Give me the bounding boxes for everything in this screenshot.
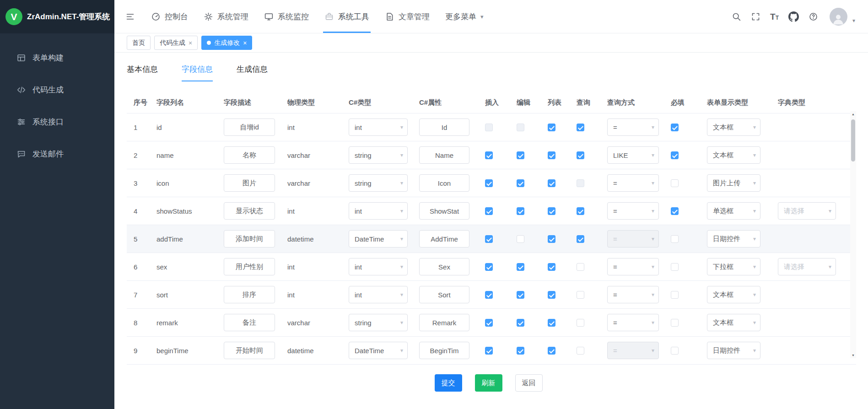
query-mode-select[interactable]: = ▾: [607, 230, 659, 248]
tab-field-info[interactable]: 字段信息: [182, 64, 213, 81]
scroll-up-arrow[interactable]: ▲: [850, 111, 856, 117]
display-type-select[interactable]: 单选框 ▾: [707, 202, 760, 220]
query-checkbox[interactable]: [577, 207, 584, 215]
field-desc-input[interactable]: [224, 342, 275, 359]
sidebar-item-send-mail[interactable]: 发送邮件: [0, 138, 114, 170]
display-type-select[interactable]: 文本框 ▾: [707, 286, 760, 303]
query-checkbox[interactable]: [577, 124, 584, 131]
csharp-prop-input[interactable]: [419, 258, 469, 275]
list-checkbox[interactable]: [548, 319, 555, 327]
topnav-item-article-manage[interactable]: 文章管理: [377, 0, 437, 33]
csharp-type-select[interactable]: DateTime ▾: [349, 342, 408, 359]
field-desc-input[interactable]: [224, 314, 275, 331]
query-checkbox[interactable]: [577, 347, 584, 355]
query-mode-select[interactable]: LIKE ▾: [607, 146, 659, 164]
csharp-prop-input[interactable]: [419, 202, 469, 220]
scroll-down-arrow[interactable]: ▼: [850, 352, 856, 358]
csharp-prop-input[interactable]: [419, 314, 469, 331]
fullscreen-button[interactable]: [751, 12, 760, 22]
query-mode-select[interactable]: = ▾: [607, 342, 659, 359]
field-desc-input[interactable]: [224, 230, 275, 248]
list-checkbox[interactable]: [548, 263, 555, 271]
tag-home[interactable]: 首页: [127, 36, 151, 50]
display-type-select[interactable]: 日期控件 ▾: [707, 342, 760, 359]
query-checkbox[interactable]: [577, 179, 584, 187]
field-desc-input[interactable]: [224, 118, 275, 136]
insert-checkbox[interactable]: [485, 151, 493, 159]
dict-type-select[interactable]: 请选择 ▾: [778, 258, 836, 275]
display-type-select[interactable]: 图片上传 ▾: [707, 174, 760, 192]
query-mode-select[interactable]: = ▾: [607, 174, 659, 192]
display-type-select[interactable]: 文本框 ▾: [707, 146, 760, 164]
field-desc-input[interactable]: [224, 202, 275, 220]
csharp-type-select[interactable]: string ▾: [349, 146, 408, 164]
insert-checkbox[interactable]: [485, 263, 493, 271]
field-desc-input[interactable]: [224, 146, 275, 164]
search-button[interactable]: [732, 12, 741, 22]
edit-checkbox[interactable]: [517, 291, 524, 299]
csharp-prop-input[interactable]: [419, 286, 469, 303]
required-checkbox[interactable]: [671, 207, 679, 215]
display-type-select[interactable]: 文本框 ▾: [707, 118, 760, 136]
dict-type-select[interactable]: 请选择 ▾: [778, 202, 836, 220]
edit-checkbox[interactable]: [517, 319, 524, 327]
scrollbar-track[interactable]: [850, 117, 856, 352]
insert-checkbox[interactable]: [485, 207, 493, 215]
field-desc-input[interactable]: [224, 258, 275, 275]
csharp-type-select[interactable]: int ▾: [349, 286, 408, 303]
table-scrollbar[interactable]: ▲ ▼: [850, 111, 856, 358]
csharp-type-select[interactable]: int ▾: [349, 202, 408, 220]
scrollbar-thumb[interactable]: [851, 119, 855, 161]
csharp-type-select[interactable]: int ▾: [349, 118, 408, 136]
required-checkbox[interactable]: [671, 319, 679, 327]
query-checkbox[interactable]: [577, 151, 584, 159]
list-checkbox[interactable]: [548, 347, 555, 355]
csharp-prop-input[interactable]: [419, 230, 469, 248]
insert-checkbox[interactable]: [485, 179, 493, 187]
query-mode-select[interactable]: = ▾: [607, 202, 659, 220]
list-checkbox[interactable]: [548, 179, 555, 187]
tag-code-gen[interactable]: 代码生成 ×: [154, 36, 198, 50]
required-checkbox[interactable]: [671, 179, 679, 187]
back-button[interactable]: 返回: [515, 374, 543, 392]
sidebar-toggle-button[interactable]: [125, 12, 135, 22]
query-mode-select[interactable]: = ▾: [607, 258, 659, 275]
insert-checkbox[interactable]: [485, 291, 493, 299]
query-mode-select[interactable]: = ▾: [607, 314, 659, 331]
list-checkbox[interactable]: [548, 235, 555, 243]
submit-button[interactable]: 提交: [435, 374, 462, 392]
edit-checkbox[interactable]: [517, 207, 524, 215]
field-desc-input[interactable]: [224, 286, 275, 303]
refresh-button[interactable]: 刷新: [475, 374, 502, 392]
help-button[interactable]: [809, 12, 818, 22]
insert-checkbox[interactable]: [485, 235, 493, 243]
required-checkbox[interactable]: [671, 347, 679, 355]
csharp-prop-input[interactable]: [419, 146, 469, 164]
csharp-type-select[interactable]: string ▾: [349, 314, 408, 331]
list-checkbox[interactable]: [548, 124, 555, 131]
csharp-type-select[interactable]: string ▾: [349, 174, 408, 192]
edit-checkbox[interactable]: [517, 124, 524, 131]
list-checkbox[interactable]: [548, 207, 555, 215]
display-type-select[interactable]: 文本框 ▾: [707, 314, 760, 331]
list-checkbox[interactable]: [548, 291, 555, 299]
list-checkbox[interactable]: [548, 151, 555, 159]
csharp-prop-input[interactable]: [419, 118, 469, 136]
query-checkbox[interactable]: [577, 319, 584, 327]
display-type-select[interactable]: 日期控件 ▾: [707, 230, 760, 248]
query-checkbox[interactable]: [577, 263, 584, 271]
tab-basic-info[interactable]: 基本信息: [127, 64, 158, 81]
required-checkbox[interactable]: [671, 263, 679, 271]
edit-checkbox[interactable]: [517, 347, 524, 355]
csharp-type-select[interactable]: int ▾: [349, 258, 408, 275]
github-button[interactable]: [788, 11, 799, 22]
font-size-button[interactable]: TT: [770, 12, 779, 21]
edit-checkbox[interactable]: [517, 151, 524, 159]
topnav-item-console[interactable]: 控制台: [143, 0, 196, 33]
required-checkbox[interactable]: [671, 124, 679, 131]
display-type-select[interactable]: 下拉框 ▾: [707, 258, 760, 275]
csharp-prop-input[interactable]: [419, 174, 469, 192]
edit-checkbox[interactable]: [517, 235, 524, 243]
chevron-down-icon[interactable]: ▾: [852, 17, 855, 26]
tab-gen-info[interactable]: 生成信息: [237, 64, 268, 81]
